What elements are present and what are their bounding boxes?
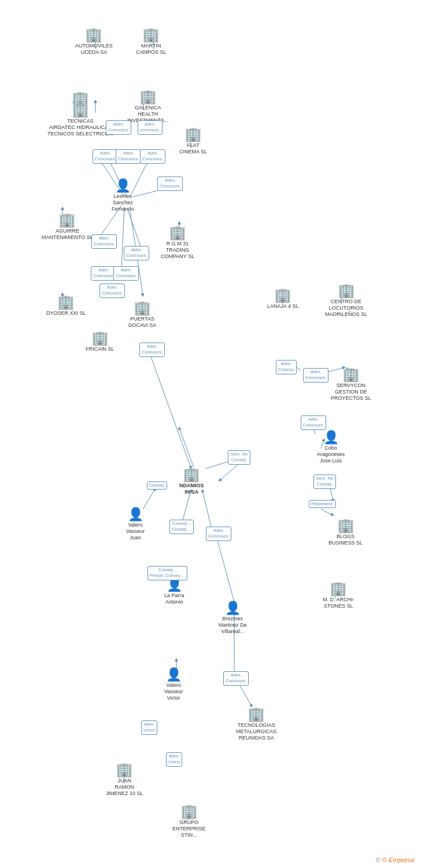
tecnicas-icon2: 🏢 [72,103,89,117]
copyright-brand: © Empresa [382,856,414,863]
valero-victor-node: 👤 Valero Vasseur Victor [164,668,183,701]
blogs-business-label: BLOGS BUSINESS SL [328,534,363,546]
lesmes-icon: 👤 [115,179,131,192]
flat-cinema-label: FLAT CINEMA SL [179,142,207,155]
tecnicas-node: 🏢 🏢 TECNICAS AIRDATEC HIDRAULICAS TECNIC… [47,91,113,137]
badge-adm-7: Adm.Concours. [91,234,117,249]
cobo-label: Cobo Aragoneses Jose Luis [317,445,345,464]
badge-adm-unico-2: Adm.Unico [166,752,182,767]
badge-adm-15: Adm.Concours. [206,527,231,541]
badge-adm-9: Adm.Concours. [91,266,116,281]
brezmes-icon: 👤 [225,602,241,615]
badge-secr-no-consej-1: Secr. NoConsej. [228,450,250,465]
puertas-icon: 🏢 [134,301,151,315]
automoviles-label: AUTOMOVILES UCEDA SA [75,43,113,56]
badge-adm-14: Adm.Concours. [301,415,326,430]
tecnologias-icon: 🏢 [248,707,265,721]
lesmes-label: Lesmes Sanchez Fernando [112,193,134,212]
cobo-node: 👤 Cobo Aragoneses Jose Luis [317,431,345,464]
flat-cinema-node: 🏢 FLAT CINEMA SL [179,127,207,155]
badge-consej-consej: Consej. ,Consej.... [169,520,194,534]
juan-ramon-node: 🏢 JUAN RAMON JIMENEZ 10 SL [106,763,143,796]
rgm31-icon: 🏢 [169,226,186,240]
badge-consej-presid: Consej. ,Presid.,Consej.... [147,566,187,580]
centro-locutorios-icon: 🏢 [338,284,355,297]
cobo-icon: 👤 [323,431,339,444]
svg-line-30 [143,489,155,509]
valero-juan-icon: 👤 [128,508,143,521]
flat-cinema-icon: 🏢 [184,127,202,141]
md-archi-icon: 🏢 [330,582,347,595]
puertas-node: 🏢 PUERTAS DOCAVI SA [128,301,156,329]
automoviles-node: 🏢 AUTOMOVILES UCEDA SA [75,28,113,56]
valero-juan-node: 👤 Valero Vasseur Juan [126,508,145,540]
ndamios-node: 🏢 NDAMIOS IN SA [179,468,204,495]
aguirre-icon: 🏢 [58,213,76,227]
badge-adm-12: Adm.Concours. [139,343,165,357]
aguirre-label: AGUIRRE MANTENIMIENTO SL [42,228,93,241]
la-parra-label: La Parra Antonio [164,593,184,605]
ndamios-icon: 🏢 [183,468,200,481]
svg-line-34 [217,538,234,602]
blogs-business-icon: 🏢 [337,518,354,532]
dyoser-label: DYOSER XXI SL [46,310,86,317]
valero-victor-label: Valero Vasseur Victor [164,682,183,701]
la-parra-icon: 👤 [167,579,182,591]
galenica-node: 🏢 GALENICA HEALTH INVESTMENTS... [127,90,169,123]
tecnologias-node: 🏢 TECNOLOGIAS METALURGICAS REUNIDAS SA [236,707,276,741]
rgm31-node: 🏢 R G M 31 TRADING COMPANY SL [161,226,194,259]
badge-adm-4: Adm.Concours. [116,149,141,164]
centro-locutorios-node: 🏢 CENTRO DE LOCUTORIOS MADRILEÑOS SL [325,284,367,317]
tecnicas-label: TECNICAS AIRDATEC HIDRAULICAS TECNICOS S… [47,118,113,137]
svg-line-29 [179,428,194,468]
badge-secr-no-consej-2: Secr. NoConsej. [313,475,336,489]
automoviles-icon: 🏢 [85,28,102,42]
servycon-label: SERVYCON GESTION DE PROYECTOS SL [331,382,371,401]
badge-adm-6: Adm.Concours. [157,176,183,191]
juan-ramon-icon: 🏢 [116,763,133,777]
svg-line-28 [147,347,191,468]
blogs-business-node: 🏢 BLOGS BUSINESS SL [328,518,363,546]
juan-ramon-label: JUAN RAMON JIMENEZ 10 SL [106,778,143,796]
valero-victor-icon: 👤 [166,668,182,681]
grupo-enterprise-icon: 🏢 [180,804,198,818]
lanaja-label: LANAJA 4 SL [267,303,299,310]
badge-adm-10: Adm.Concours. [113,266,139,281]
md-archi-node: 🏢 M. D. ARCHI- STONES SL [323,582,354,609]
svg-line-39 [240,686,252,706]
badge-adm-3: Adm.Concours. [93,149,118,164]
servycon-icon: 🏢 [342,367,360,381]
tecnologias-label: TECNOLOGIAS METALURGICAS REUNIDAS SA [236,722,276,741]
badge-adm-13: Adm.Concours. [303,368,328,382]
badge-adm-concou: Adm.Concou [276,360,297,374]
fricain-label: FRICAIN SL [86,346,115,352]
lanaja-icon: 🏢 [274,288,291,302]
grupo-enterprise-label: GRUPO ENTERPRISE STIN... [172,819,206,838]
fricain-node: 🏢 FRICAIN SL [86,331,115,352]
galenica-icon: 🏢 [139,90,157,104]
copyright: © © Empresa [376,856,414,863]
badge-adm-1: Adm.Concours. [106,120,131,135]
badge-represent: Represent. [309,500,336,508]
puertas-label: PUERTAS DOCAVI SA [128,316,156,329]
rgm31-label: R G M 31 TRADING COMPANY SL [161,241,194,259]
valero-juan-label: Valero Vasseur Juan [126,522,145,540]
md-archi-label: M. D. ARCHI- STONES SL [323,597,354,609]
ndamios-label: NDAMIOS IN SA [179,483,204,495]
grupo-enterprise-node: 🏢 GRUPO ENTERPRISE STIN... [172,804,206,838]
brezmes-label: Brezmes Martinez De Villareal... [219,616,247,634]
lanaja-node: 🏢 LANAJA 4 SL [267,288,299,310]
brezmes-node: 👤 Brezmes Martinez De Villareal... [219,602,247,634]
badge-adm-11: Adm.Concours. [99,284,125,298]
dyoser-icon: 🏢 [57,295,75,309]
badge-adm-8: Adm.Concours. [124,246,149,260]
svg-line-27 [220,463,240,480]
badge-adm-5: Adm.Concours. [140,149,165,164]
centro-locutorios-label: CENTRO DE LOCUTORIOS MADRILEÑOS SL [325,299,367,317]
svg-line-36 [321,509,333,515]
aguirre-node: 🏢 AGUIRRE MANTENIMIENTO SL [42,213,93,241]
martin-node: 🏢 MARTIN CAMPOS SL [136,28,167,56]
badge-consej-1: Consej. [147,481,167,490]
fricain-icon: 🏢 [91,331,109,345]
la-parra-node: 👤 La Parra Antonio [164,579,184,605]
